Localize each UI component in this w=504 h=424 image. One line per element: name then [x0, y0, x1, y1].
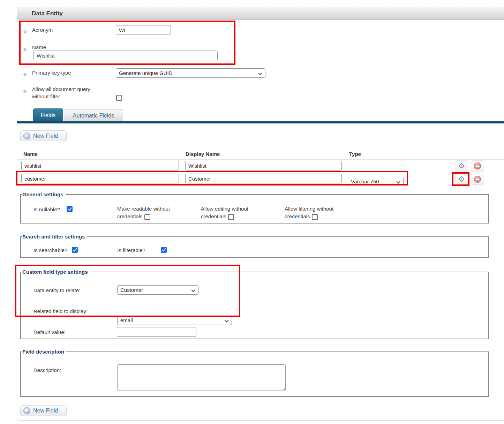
tab-automatic-fields[interactable]: Automatic Fields — [64, 109, 123, 121]
allow-all-query-checkbox[interactable] — [116, 95, 122, 101]
search-filter-settings-fieldset: Search and filter settings Is searchable… — [20, 234, 489, 258]
chevron-down-icon — [191, 288, 195, 292]
column-header-name: Name — [23, 151, 38, 157]
page-title: Data Entity — [32, 7, 63, 20]
tab-divider-bar — [17, 121, 504, 123]
data-entity-to-relate-label: Data entity to relate: — [33, 287, 80, 293]
field-settings-button[interactable]: ⚙ — [455, 174, 468, 185]
related-field-label: Related field to display: — [33, 308, 88, 314]
is-nullable-checkbox[interactable] — [67, 206, 73, 212]
is-filterable-checkbox[interactable] — [161, 247, 167, 253]
description-label: Description: — [33, 367, 61, 373]
bullet-icon — [23, 90, 27, 93]
bullet-icon — [23, 48, 27, 51]
is-nullable-label: Is nullable? — [33, 206, 60, 212]
readable-checkbox[interactable] — [144, 214, 150, 220]
editing-label: Allow editing without credentials — [201, 205, 261, 220]
gear-icon: ⚙ — [458, 162, 465, 170]
page: Data Entity Acronym Name Primary key typ… — [0, 0, 504, 424]
field-settings-button[interactable]: ⚙ — [455, 160, 468, 172]
chevron-down-icon — [396, 180, 400, 184]
name-label: Name — [32, 44, 46, 51]
general-settings-legend: General settings — [22, 191, 66, 197]
data-entity-to-relate-value: Customer — [120, 287, 143, 293]
new-field-button-bottom[interactable]: New Field — [20, 405, 67, 416]
field-description-fieldset: Field description Description: — [20, 349, 489, 397]
primary-key-label: Primary key type — [32, 69, 71, 76]
field-remove-button[interactable] — [471, 174, 484, 185]
field-remove-button[interactable] — [471, 160, 484, 172]
field-type-selected-value: Varchar 750 — [351, 179, 379, 184]
is-filterable-label: Is filterable? — [117, 247, 145, 253]
data-entity-panel: Data Entity Acronym Name Primary key typ… — [17, 7, 504, 421]
field-description-legend: Field description — [22, 349, 66, 355]
tab-fields[interactable]: Fields — [33, 108, 63, 121]
new-field-button-top[interactable]: New Field — [20, 130, 67, 141]
chevron-down-icon — [258, 71, 262, 75]
chevron-down-icon — [225, 318, 228, 322]
is-searchable-checkbox[interactable] — [72, 247, 78, 253]
primary-key-select[interactable]: Generate unique GUID — [116, 68, 265, 78]
allow-all-query-label: Allow all document query without filter — [32, 85, 105, 100]
gear-icon: ⚙ — [458, 176, 465, 183]
tab-bar: FieldsAutomatic Fields — [33, 108, 123, 121]
field-display-name-input[interactable] — [185, 161, 342, 171]
general-settings-fieldset: General settings Is nullable? Make reada… — [20, 191, 489, 224]
editing-checkbox[interactable] — [228, 214, 234, 220]
table-row: Varchar 750 ⚙ — [17, 23, 504, 32]
primary-key-selected-value: Generate unique GUID — [119, 70, 172, 76]
default-value-input[interactable] — [117, 327, 196, 337]
bullet-icon — [23, 30, 27, 33]
filtering-label: Allow filtering without credentials — [285, 205, 347, 220]
default-value-label: Default value: — [33, 329, 66, 335]
new-field-label: New Field — [33, 133, 58, 139]
is-searchable-label: Is searchable? — [33, 247, 68, 253]
search-filter-settings-legend: Search and filter settings — [22, 234, 87, 240]
remove-icon — [474, 176, 481, 183]
column-header-type: Type — [349, 151, 361, 157]
field-name-input[interactable] — [21, 174, 179, 183]
header-divider — [17, 159, 504, 160]
acronym-label: Acronym — [32, 26, 53, 33]
custom-field-type-settings-fieldset: Custom field type settings Data entity t… — [20, 269, 489, 339]
field-type-select[interactable]: Varchar 750 — [348, 177, 404, 186]
column-header-display-name: Display Name — [186, 151, 220, 157]
add-icon — [23, 132, 30, 139]
filtering-checkbox[interactable] — [312, 214, 318, 220]
new-field-label: New Field — [33, 408, 58, 414]
data-entity-to-relate-select[interactable]: Customer — [117, 285, 198, 295]
field-display-name-input[interactable] — [185, 174, 342, 183]
name-input[interactable] — [33, 51, 218, 60]
acronym-input[interactable] — [116, 25, 171, 35]
related-field-value: email — [120, 317, 133, 323]
related-field-select[interactable]: email — [117, 316, 232, 325]
field-name-input[interactable] — [21, 161, 179, 171]
table-row: Relationship ⚙ — [17, 32, 504, 42]
add-icon — [23, 407, 30, 414]
custom-field-type-settings-legend: Custom field type settings — [22, 269, 90, 275]
bullet-icon — [23, 73, 27, 76]
panel-header: Data Entity — [17, 7, 504, 20]
remove-icon — [474, 162, 481, 169]
description-textarea[interactable] — [117, 364, 286, 391]
readable-label: Make readable without credentials — [117, 205, 183, 220]
